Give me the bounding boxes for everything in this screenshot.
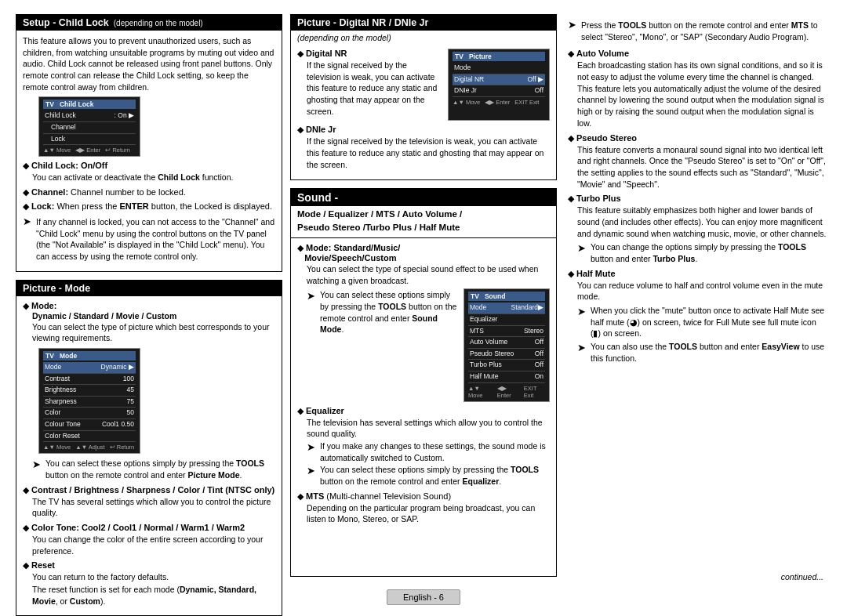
digital-nr-title-text: Picture - Digital NR / DNIe Jr: [297, 17, 428, 28]
setup-childlock-subtitle: (depending on the model): [114, 19, 203, 27]
col3-pseudo-stereo: ◆Pseudo Stereo This feature converts a m…: [568, 133, 828, 190]
sound-content: ◆Mode: Standard/Music/ Movie/Speech/Cust…: [291, 238, 556, 534]
picture-mode-item-contrast: ◆Contrast / Brightness / Sharpness / Col…: [23, 485, 275, 519]
sound-item-equalizer: ◆Equalizer The television has several se…: [297, 406, 550, 487]
sound-item-mode: ◆Mode: Standard/Music/ Movie/Speech/Cust…: [297, 243, 550, 402]
picture-mode-title: Picture - Mode: [16, 281, 282, 296]
childlock-item-lock: ◆Lock: When press the ENTER button, the …: [23, 201, 275, 212]
col3-half-mute: ◆Half Mute You can reduce volume to half…: [568, 269, 828, 364]
setup-childlock-intro: This feature allows you to prevent unaut…: [23, 35, 275, 92]
sound-item-mts: ◆MTS (Multi-channel Television Sound) De…: [297, 491, 550, 525]
column-1: Setup - Child Lock (depending on the mod…: [16, 14, 282, 585]
picture-mode-tv-mockup: TV Mode ModeDynamic ▶ Contrast100 Bright…: [38, 348, 140, 454]
setup-childlock-content: This feature allows you to prevent unaut…: [16, 31, 282, 271]
picture-mode-section: Picture - Mode ◆Mode: Dynamic / Standard…: [16, 280, 282, 616]
setup-childlock-title-text: Setup - Child Lock: [23, 17, 109, 28]
col3-auto-volume: ◆Auto Volume Each broadcasting station h…: [568, 49, 828, 129]
digital-nr-tv-mockup: TV Picture Mode Digital NROff ▶ DNIe JrO…: [448, 49, 550, 121]
page-number: English - 6: [403, 592, 444, 602]
setup-childlock-title: Setup - Child Lock (depending on the mod…: [16, 15, 282, 31]
continued-text: continued...: [565, 572, 831, 585]
page: Setup - Child Lock (depending on the mod…: [0, 0, 847, 616]
childlock-tv-mockup: TV Child Lock Child Lock: On ▶ Channel L…: [38, 96, 140, 157]
sound-section: Sound - Mode / Equalizer / MTS / Auto Vo…: [290, 188, 557, 578]
sound-title: Sound -: [291, 189, 556, 206]
digital-nr-item: ◆Digital NR If the signal received by th…: [297, 49, 442, 117]
picture-mode-item-mode: ◆Mode: Dynamic / Standard / Movie / Cust…: [23, 301, 275, 481]
childlock-item-arrow: ➤ If any channel is locked, you can not …: [23, 216, 275, 263]
sound-tv-mockup: TV Sound ModeStandard▶ Equalizer MTSSter…: [463, 288, 550, 401]
col3-mts-arrow: ➤ Press the TOOLS button on the remote c…: [568, 19, 828, 42]
digital-nr-section: Picture - Digital NR / DNIe Jr (dependin…: [290, 14, 557, 180]
digital-nr-content: ◆Digital NR If the signal received by th…: [291, 44, 556, 179]
column-2: Picture - Digital NR / DNIe Jr (dependin…: [290, 14, 557, 585]
childlock-item-channel: ◆Channel: Channel number to be locked.: [23, 187, 275, 197]
picture-mode-title-text: Picture - Mode: [23, 283, 90, 294]
footer: English - 6: [16, 585, 831, 605]
column-3: ➤ Press the TOOLS button on the remote c…: [565, 14, 831, 585]
page-number-bar: English - 6: [387, 589, 460, 605]
picture-mode-content: ◆Mode: Dynamic / Standard / Movie / Cust…: [16, 296, 282, 616]
setup-childlock-section: Setup - Child Lock (depending on the mod…: [16, 14, 282, 272]
col3-turbo-plus: ◆Turbo Plus This feature suitably emphas…: [568, 194, 828, 264]
sound-subtitle: Mode / Equalizer / MTS / Auto Volume / P…: [291, 206, 556, 239]
col3-content: ➤ Press the TOOLS button on the remote c…: [565, 14, 831, 373]
picture-mode-item-colortone: ◆Color Tone: Cool2 / Cool1 / Normal / Wa…: [23, 523, 275, 556]
childlock-item-onoff: ◆Child Lock: On/Off You can activate or …: [23, 161, 275, 183]
digital-nr-title: Picture - Digital NR / DNIe Jr: [291, 15, 556, 31]
digital-nr-subtitle: (depending on the model): [291, 31, 556, 44]
dnie-jr-item: ◆DNIe Jr If the signal received by the t…: [297, 125, 550, 170]
